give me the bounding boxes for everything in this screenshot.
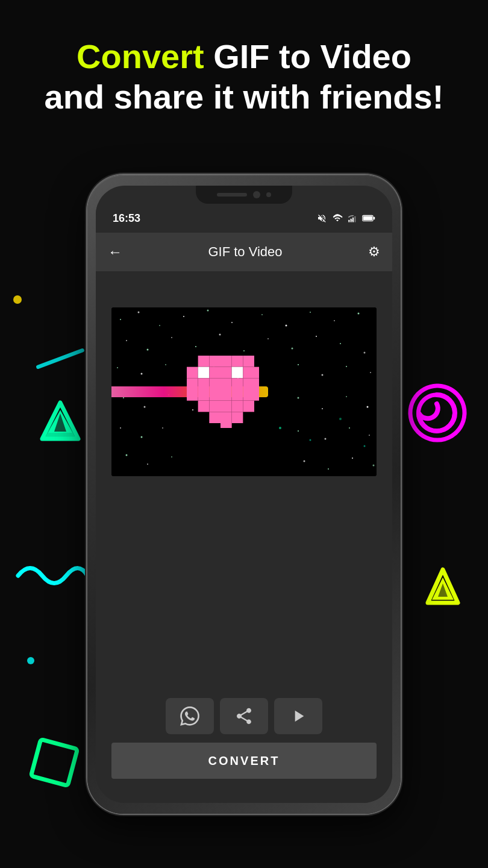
whatsapp-button[interactable] (166, 698, 214, 734)
svg-point-63 (126, 454, 128, 456)
screen-content: 16:53 (96, 186, 392, 803)
svg-marker-6 (432, 577, 454, 600)
svg-rect-14 (363, 216, 372, 220)
svg-point-36 (340, 343, 341, 344)
share-button[interactable] (220, 698, 268, 734)
svg-rect-9 (351, 219, 352, 222)
svg-point-60 (325, 438, 327, 440)
svg-rect-97 (231, 389, 243, 401)
svg-point-31 (219, 334, 221, 336)
green-square-decoration (28, 737, 80, 788)
svg-point-16 (120, 319, 121, 320)
svg-rect-85 (254, 367, 259, 379)
svg-rect-106 (221, 412, 232, 423)
gif-background (111, 307, 377, 476)
svg-point-61 (349, 427, 350, 429)
svg-marker-5 (428, 570, 458, 603)
svg-point-45 (322, 374, 324, 376)
yellow-drop-decoration (425, 567, 461, 615)
pixel-heart (187, 356, 259, 428)
svg-point-34 (292, 348, 293, 350)
svg-point-28 (147, 349, 149, 351)
svg-rect-78 (243, 356, 254, 367)
svg-rect-81 (209, 367, 221, 379)
svg-point-59 (298, 430, 299, 432)
svg-rect-93 (187, 389, 198, 401)
convert-label: CONVERT (208, 754, 280, 768)
svg-rect-92 (254, 378, 259, 389)
share-icon (234, 706, 254, 726)
action-buttons-row (166, 698, 322, 734)
svg-rect-88 (209, 378, 221, 389)
svg-rect-105 (209, 412, 221, 423)
svg-point-62 (369, 435, 370, 436)
svg-point-17 (138, 312, 140, 313)
svg-point-37 (364, 352, 366, 354)
svg-rect-75 (209, 356, 221, 367)
svg-rect-8 (348, 220, 349, 222)
svg-rect-10 (352, 218, 354, 222)
header-rest: GIF to Video (204, 37, 411, 75)
svg-rect-100 (198, 401, 209, 412)
convert-button[interactable]: CONVERT (111, 743, 377, 779)
status-icons (316, 213, 375, 223)
svg-point-25 (334, 320, 335, 321)
svg-rect-13 (374, 217, 375, 220)
svg-rect-90 (231, 378, 243, 389)
svg-rect-91 (243, 378, 254, 389)
mute-icon (316, 213, 327, 223)
svg-point-33 (267, 338, 269, 339)
svg-point-30 (195, 346, 196, 347)
phone-mockup: 16:53 (87, 175, 401, 814)
svg-marker-4 (54, 414, 66, 432)
notch (196, 186, 292, 204)
svg-rect-87 (198, 378, 209, 389)
teal-slash-decoration (27, 347, 93, 371)
svg-rect-83 (231, 367, 243, 379)
svg-point-53 (322, 408, 323, 409)
svg-rect-108 (221, 423, 232, 428)
svg-point-57 (141, 436, 143, 438)
svg-point-47 (370, 372, 371, 373)
svg-rect-80 (198, 367, 209, 379)
svg-point-27 (126, 340, 127, 341)
svg-line-0 (38, 350, 82, 367)
svg-point-65 (171, 456, 172, 458)
svg-point-29 (171, 337, 172, 338)
svg-rect-84 (243, 367, 254, 379)
svg-point-72 (339, 418, 342, 420)
svg-point-46 (346, 366, 347, 367)
header-highlight: Convert (77, 37, 204, 75)
svg-rect-86 (187, 378, 198, 389)
svg-rect-11 (354, 216, 355, 222)
svg-rect-74 (198, 356, 209, 367)
svg-rect-103 (231, 401, 243, 412)
svg-point-58 (162, 427, 163, 429)
svg-point-56 (120, 427, 121, 429)
signal-icon (348, 213, 357, 223)
svg-point-19 (183, 316, 184, 317)
svg-point-39 (141, 373, 143, 375)
magenta-spiral-decoration (407, 383, 467, 443)
svg-rect-104 (243, 401, 254, 412)
back-button[interactable]: ← (108, 244, 122, 260)
phone-screen: 16:53 (96, 186, 392, 803)
app-title: GIF to Video (122, 244, 368, 260)
gif-preview (111, 307, 377, 476)
svg-point-54 (346, 396, 347, 397)
status-time: 16:53 (113, 212, 140, 225)
svg-point-23 (286, 325, 287, 327)
phone-body: 16:53 (87, 175, 401, 814)
svg-point-38 (117, 367, 118, 368)
wifi-icon (332, 213, 343, 223)
svg-point-55 (367, 406, 369, 408)
play-button[interactable] (274, 698, 322, 734)
svg-point-24 (310, 312, 311, 313)
svg-point-48 (123, 397, 124, 398)
settings-button[interactable]: ⚙ (368, 244, 380, 260)
svg-rect-89 (221, 378, 232, 389)
svg-rect-76 (221, 356, 232, 367)
svg-rect-77 (231, 356, 243, 367)
speaker (217, 193, 247, 197)
content-area: CONVERT (96, 271, 392, 803)
